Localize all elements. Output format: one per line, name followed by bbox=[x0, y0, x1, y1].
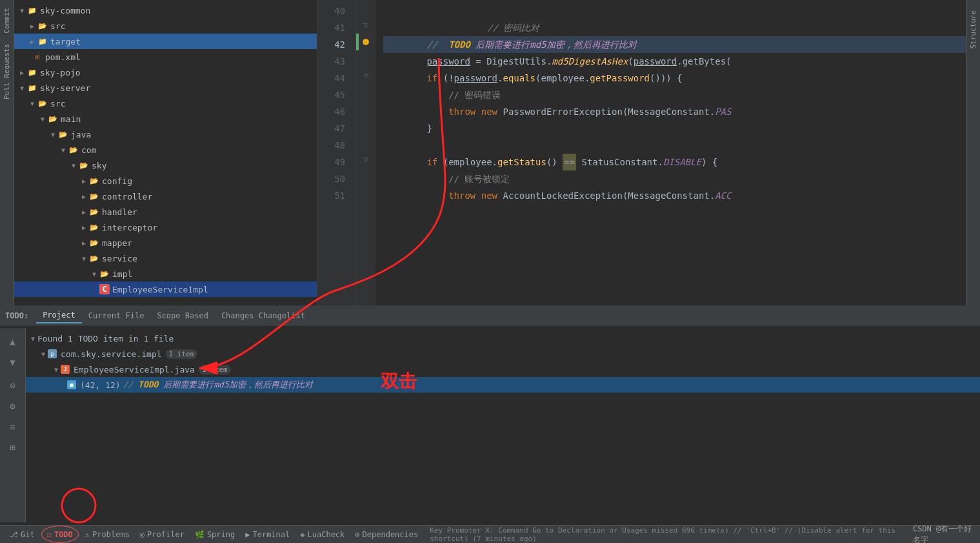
code-line-51: throw new AccountLockedException(Message… bbox=[383, 187, 966, 204]
gutter-41: ▽ bbox=[356, 17, 375, 34]
problems-status-item[interactable]: ⚠ Problems bbox=[81, 526, 134, 543]
folder-icon-interceptor: 📂 bbox=[89, 222, 99, 232]
code-lines-container[interactable]: // 密码比对 // TODO 后期需要进行md5加密，然后再进行比对 pass… bbox=[375, 0, 966, 305]
tree-label-service: service bbox=[102, 254, 137, 263]
tree-arrow-interceptor: ▶ bbox=[79, 222, 89, 232]
todo-item-position: (42, 12) bbox=[80, 380, 121, 390]
tree-arrow-main: ▼ bbox=[37, 114, 48, 124]
tree-label-com: com bbox=[81, 145, 96, 155]
todo-expand-btn[interactable]: ▲ bbox=[5, 333, 21, 350]
tree-item-service[interactable]: ▼ 📂 service bbox=[14, 251, 317, 266]
tree-arrow-sky-server: ▼ bbox=[17, 83, 27, 93]
code-line-50: // 账号被锁定 bbox=[383, 170, 966, 187]
todo-package-badge: 1 item bbox=[166, 349, 198, 359]
tree-item-src2[interactable]: ▼ 📂 src bbox=[14, 96, 317, 111]
tree-item-interceptor[interactable]: ▶ 📂 interceptor bbox=[14, 220, 317, 235]
line-num-40: 40 bbox=[323, 3, 350, 19]
tree-label-mapper: mapper bbox=[102, 238, 132, 248]
todo-group-btn[interactable]: ≡ bbox=[5, 418, 21, 435]
luacheck-status-item[interactable]: ◈ LuaCheck bbox=[296, 526, 348, 543]
line-num-47: 47 bbox=[323, 120, 350, 137]
todo-package-arrow: ▼ bbox=[41, 351, 45, 358]
spring-status-item[interactable]: 🌿 Spring bbox=[191, 526, 239, 543]
tree-item-java[interactable]: ▼ 📂 java bbox=[14, 127, 317, 142]
todo-status-btn[interactable]: ☑ TODO bbox=[41, 526, 79, 543]
tree-item-sky[interactable]: ▼ 📂 sky bbox=[14, 158, 317, 173]
code-line-41: // 密码比对 bbox=[383, 19, 966, 36]
todo-config-btn[interactable]: ⚙ bbox=[5, 398, 21, 415]
gutter-47 bbox=[356, 118, 375, 134]
folder-icon-target: 📁 bbox=[37, 36, 48, 46]
git-status-item[interactable]: ⎇ Git bbox=[5, 526, 39, 543]
tree-item-sky-server[interactable]: ▼ 📁 sky-server bbox=[14, 80, 317, 96]
tree-item-src1[interactable]: ▶ 📂 src bbox=[14, 18, 317, 34]
tree-label-employee-service-impl: EmployeeServiceImpl bbox=[112, 285, 208, 294]
tree-item-handler[interactable]: ▶ 📂 handler bbox=[14, 204, 317, 220]
git-label: Git bbox=[21, 530, 35, 539]
tree-item-main[interactable]: ▼ 📂 main bbox=[14, 111, 317, 127]
tab-changes-changelist[interactable]: Changes Changelist bbox=[215, 309, 312, 323]
dependencies-status-item[interactable]: ⊕ Dependencies bbox=[351, 526, 422, 543]
tree-arrow-sky-pojo: ▶ bbox=[17, 67, 27, 77]
tree-item-config[interactable]: ▶ 📂 config bbox=[14, 173, 317, 189]
vertical-sidebar-tabs: Commit Pull Requests bbox=[0, 0, 14, 305]
gutter-51 bbox=[356, 185, 375, 201]
tree-label-interceptor: interceptor bbox=[102, 223, 157, 232]
code-line-47: } bbox=[383, 120, 966, 137]
tree-label-target: target bbox=[50, 37, 81, 46]
pull-requests-tab[interactable]: Pull Requests bbox=[1, 39, 13, 105]
folder-icon-com: 📂 bbox=[68, 145, 79, 155]
tree-label-config: config bbox=[102, 176, 132, 186]
line-num-41: 41 bbox=[323, 19, 350, 36]
todo-file-item[interactable]: ▼ J EmployeeServiceImpl.java 1 item bbox=[26, 362, 980, 377]
tree-label-pom: pom.xml bbox=[45, 52, 81, 62]
todo-root-item[interactable]: ▼ Found 1 TODO item in 1 file bbox=[26, 331, 980, 346]
problems-label: Problems bbox=[92, 530, 130, 539]
gutter-43 bbox=[356, 50, 375, 67]
tree-arrow-config: ▶ bbox=[79, 176, 89, 186]
todo-filter-btn[interactable]: ⊘ bbox=[5, 377, 21, 394]
commit-tab[interactable]: Commit bbox=[1, 3, 13, 39]
todo-root-label: Found 1 TODO item in 1 file bbox=[37, 334, 174, 343]
tab-current-file[interactable]: Current File bbox=[82, 309, 151, 323]
tree-arrow-sky-common: ▼ bbox=[17, 5, 27, 15]
todo-action-sidebar: ▲ ▼ ⊘ ⚙ ≡ ⊞ bbox=[0, 328, 26, 522]
todo-label: TODO: bbox=[5, 311, 28, 320]
tab-scope-based[interactable]: Scope Based bbox=[150, 309, 214, 323]
right-sidebar: Structure bbox=[966, 0, 980, 305]
folder-icon-sky: 📂 bbox=[79, 160, 89, 170]
folder-icon-sky-common: 📁 bbox=[27, 5, 37, 15]
code-line-40 bbox=[383, 3, 966, 19]
code-line-49: if (employee. getStatus () == StatusCons… bbox=[383, 154, 966, 170]
luacheck-icon: ◈ bbox=[300, 530, 305, 539]
csdn-label: CSDN @有一个好名字 bbox=[913, 524, 972, 544]
code-line-43: password = DigestUtils. md5DigestAsHex (… bbox=[383, 53, 966, 70]
profiler-label: Profiler bbox=[147, 530, 185, 539]
todo-collapse-btn[interactable]: ▼ bbox=[5, 354, 21, 371]
tree-item-impl[interactable]: ▼ 📂 impl bbox=[14, 266, 317, 282]
tree-item-com[interactable]: ▼ 📂 com bbox=[14, 142, 317, 158]
tree-label-sky-common: sky-common bbox=[40, 6, 90, 15]
tree-item-sky-common[interactable]: ▼ 📁 sky-common bbox=[14, 3, 317, 18]
profiler-status-item[interactable]: ◎ Profiler bbox=[136, 526, 188, 543]
line-num-42: 42 bbox=[323, 36, 350, 53]
tree-item-controller[interactable]: ▶ 📂 controller bbox=[14, 189, 317, 204]
todo-item[interactable]: ■ (42, 12) // TODO 后期需要进行md5加密，然后再进行比对 bbox=[26, 377, 980, 393]
todo-pin-btn[interactable]: ⊞ bbox=[5, 439, 21, 456]
tree-item-mapper[interactable]: ▶ 📂 mapper bbox=[14, 235, 317, 251]
tree-arrow-impl: ▼ bbox=[89, 269, 99, 279]
gutter-46 bbox=[356, 101, 375, 118]
tree-item-target[interactable]: ▶ 📁 target bbox=[14, 34, 317, 49]
tab-project[interactable]: Project bbox=[36, 308, 82, 323]
todo-package-item[interactable]: ▼ p com.sky.service.impl 1 item bbox=[26, 346, 980, 362]
tree-item-pom-xml[interactable]: m pom.xml bbox=[14, 49, 317, 65]
tree-item-sky-pojo[interactable]: ▶ 📁 sky-pojo bbox=[14, 65, 317, 80]
code-content-area: 40 41 42 43 44 45 46 47 48 49 50 51 ▽ bbox=[317, 0, 980, 305]
terminal-status-item[interactable]: ▶ Terminal bbox=[241, 526, 294, 543]
gutter-45 bbox=[356, 84, 375, 101]
tree-arrow-service: ▼ bbox=[79, 253, 89, 263]
luacheck-label: LuaCheck bbox=[308, 530, 345, 539]
structure-tab[interactable]: Structure bbox=[968, 5, 979, 54]
todo-tabs-bar: TODO: Project Current File Scope Based C… bbox=[0, 306, 980, 325]
tree-item-employee-service-impl[interactable]: C EmployeeServiceImpl bbox=[14, 282, 317, 297]
